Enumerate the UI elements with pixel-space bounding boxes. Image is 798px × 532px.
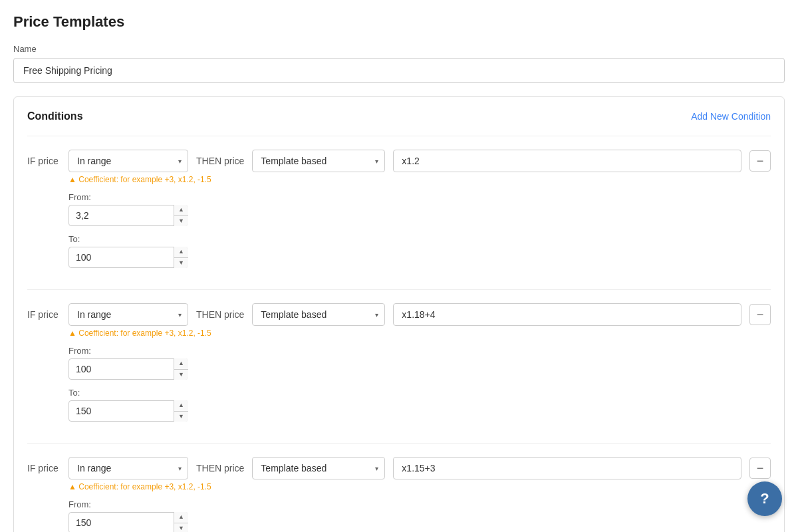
then-select-wrapper: Template based Fixed price Percentage ▾ (252, 457, 385, 479)
from-spinners: ▲ ▼ (174, 205, 188, 226)
to-spinners: ▲ ▼ (174, 247, 188, 268)
coefficient-wrapper (393, 150, 741, 172)
to-decrement-button[interactable]: ▼ (174, 258, 188, 269)
from-input[interactable] (68, 512, 188, 532)
minus-icon: − (757, 462, 764, 475)
from-label: From: (68, 192, 771, 202)
conditions-header: Conditions Add New Condition (27, 110, 771, 122)
then-select-wrapper: Template based Fixed price Percentage ▾ (252, 303, 385, 326)
from-decrement-button[interactable]: ▼ (174, 216, 188, 227)
to-increment-button[interactable]: ▲ (174, 400, 188, 412)
range-fields: From: ▲ ▼ To: ▲ ▼ (68, 499, 771, 532)
range-fields: From: ▲ ▼ To: ▲ ▼ (68, 346, 771, 422)
then-select[interactable]: Template based Fixed price Percentage (252, 303, 385, 326)
if-select-wrapper: In range Equal to Greater than Less than… (68, 303, 188, 326)
conditions-card: Conditions Add New Condition IF price In… (13, 96, 785, 532)
from-input-wrapper: ▲ ▼ (68, 512, 188, 532)
then-label: THEN price (196, 309, 244, 320)
from-increment-button[interactable]: ▲ (174, 358, 188, 370)
remove-condition-button[interactable]: − (749, 458, 771, 479)
then-select[interactable]: Template based Fixed price Percentage (252, 150, 385, 172)
to-decrement-button[interactable]: ▼ (174, 412, 188, 422)
coefficient-hint: ▲ Coefficient: for example +3, x1.2, -1.… (68, 482, 771, 491)
then-select[interactable]: Template based Fixed price Percentage (252, 457, 385, 479)
if-label: IF price (27, 156, 61, 166)
name-label: Name (13, 44, 785, 54)
then-select-wrapper: Template based Fixed price Percentage ▾ (252, 150, 385, 172)
if-select-wrapper: In range Equal to Greater than Less than… (68, 457, 188, 479)
coefficient-hint: ▲ Coefficient: for example +3, x1.2, -1.… (68, 329, 771, 338)
from-decrement-button[interactable]: ▼ (174, 370, 188, 380)
to-spinners: ▲ ▼ (174, 400, 188, 422)
coefficient-wrapper (393, 303, 741, 326)
remove-condition-button[interactable]: − (749, 304, 771, 325)
coefficient-input[interactable] (393, 150, 741, 172)
then-label: THEN price (196, 156, 244, 166)
to-input-wrapper: ▲ ▼ (68, 400, 188, 422)
to-input-wrapper: ▲ ▼ (68, 247, 188, 268)
condition-main-row: IF price In range Equal to Greater than … (27, 150, 771, 172)
from-input-wrapper: ▲ ▼ (68, 205, 188, 226)
remove-condition-button[interactable]: − (749, 150, 771, 172)
from-spinners: ▲ ▼ (174, 512, 188, 532)
help-button[interactable]: ? (747, 481, 782, 516)
from-spinners: ▲ ▼ (174, 358, 188, 380)
from-increment-button[interactable]: ▲ (174, 205, 188, 216)
condition-main-row: IF price In range Equal to Greater than … (27, 303, 771, 326)
from-decrement-button[interactable]: ▼ (174, 523, 188, 533)
if-select[interactable]: In range Equal to Greater than Less than (68, 150, 188, 172)
condition-row: IF price In range Equal to Greater than … (27, 136, 771, 289)
from-input[interactable] (68, 205, 188, 226)
minus-icon: − (757, 154, 764, 168)
then-label: THEN price (196, 463, 244, 473)
condition-row: IF price In range Equal to Greater than … (27, 443, 771, 532)
coefficient-hint: ▲ Coefficient: for example +3, x1.2, -1.… (68, 175, 771, 184)
add-condition-button[interactable]: Add New Condition (691, 111, 771, 122)
minus-icon: − (757, 308, 764, 322)
coefficient-input[interactable] (393, 457, 741, 479)
page-title: Price Templates (13, 13, 785, 31)
if-select[interactable]: In range Equal to Greater than Less than (68, 303, 188, 326)
condition-main-row: IF price In range Equal to Greater than … (27, 457, 771, 479)
to-increment-button[interactable]: ▲ (174, 247, 188, 258)
to-input[interactable] (68, 247, 188, 268)
if-select-wrapper: In range Equal to Greater than Less than… (68, 150, 188, 172)
coefficient-wrapper (393, 457, 741, 479)
range-fields: From: ▲ ▼ To: ▲ ▼ (68, 192, 771, 268)
from-input-wrapper: ▲ ▼ (68, 358, 188, 380)
from-increment-button[interactable]: ▲ (174, 512, 188, 523)
from-input[interactable] (68, 358, 188, 380)
from-label: From: (68, 346, 771, 356)
if-label: IF price (27, 309, 61, 320)
if-select[interactable]: In range Equal to Greater than Less than (68, 457, 188, 479)
conditions-title: Conditions (27, 110, 83, 122)
from-label: From: (68, 499, 771, 509)
to-label: To: (68, 234, 771, 244)
to-input[interactable] (68, 400, 188, 422)
coefficient-input[interactable] (393, 303, 741, 326)
condition-row: IF price In range Equal to Greater than … (27, 289, 771, 443)
name-input[interactable] (13, 58, 785, 83)
to-label: To: (68, 388, 771, 398)
if-label: IF price (27, 463, 61, 473)
